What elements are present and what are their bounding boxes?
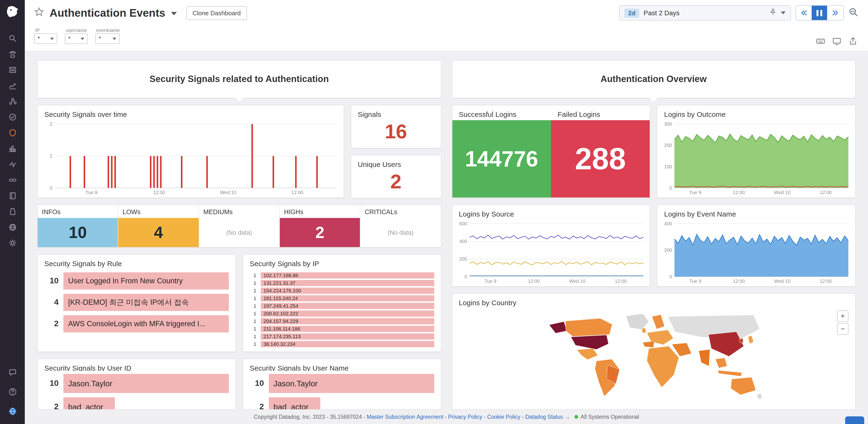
sidebar-item-metrics[interactable] bbox=[4, 78, 21, 93]
toplist-bar: 38.140.32.234 bbox=[261, 341, 434, 347]
time-range-selector[interactable]: 2d Past 2 Days bbox=[619, 5, 791, 21]
toplist-row[interactable]: 10User Logged In From New Country bbox=[44, 272, 229, 290]
sidebar-item-watchdog[interactable] bbox=[4, 46, 21, 62]
severity-cell-INFOs[interactable]: INFOs10 bbox=[38, 205, 119, 247]
forward-button[interactable] bbox=[828, 6, 843, 20]
sidebar-item-logs[interactable] bbox=[4, 204, 21, 219]
toplist-row[interactable]: 138.140.32.234 bbox=[250, 341, 434, 347]
toplist-count: 2 bbox=[44, 402, 59, 409]
filter-value: * bbox=[38, 35, 40, 42]
severity-cell-CRITICALs[interactable]: CRITICALs(No data) bbox=[360, 205, 441, 247]
signals-count-value: 16 bbox=[351, 120, 441, 148]
severity-cell-HIGHs[interactable]: HIGHs2 bbox=[280, 205, 361, 247]
severity-cell-MEDIUMs[interactable]: MEDIUMs(No data) bbox=[199, 205, 280, 247]
left-group-header[interactable]: Security Signals related to Authenticati… bbox=[37, 60, 441, 98]
world-map-container[interactable]: + − bbox=[452, 309, 855, 409]
sidebar-item-monitors[interactable] bbox=[4, 156, 21, 172]
tv-mode-icon[interactable] bbox=[832, 36, 841, 46]
footer-copyright: Copyright Datadog, Inc. 2023 - 35.156970… bbox=[254, 414, 362, 420]
toplist-count: 1 bbox=[250, 273, 256, 278]
toplist-row[interactable]: 1131.221.31.37 bbox=[250, 280, 434, 286]
toplist-row[interactable]: 2AWS ConsoleLogin with MFA triggered I..… bbox=[44, 315, 229, 332]
logins-by-source-chart[interactable]: 0200400600Tue 912:00Wed 1012:00 bbox=[455, 220, 646, 284]
keyboard-shortcuts-icon[interactable] bbox=[816, 36, 825, 46]
footer-link[interactable]: Master Subscription Agreement bbox=[367, 414, 443, 420]
svg-text:400: 400 bbox=[664, 221, 672, 226]
svg-text:Tue 9: Tue 9 bbox=[689, 190, 702, 195]
footer-link[interactable]: Datadog Status bbox=[525, 414, 563, 420]
signals-over-time-chart[interactable]: 012Tue 912:00Wed 1012:00 bbox=[40, 120, 340, 195]
toplist-row[interactable]: 1197.249.41.254 bbox=[250, 303, 434, 309]
sidebar-item-settings[interactable] bbox=[4, 235, 21, 251]
toplist-row[interactable]: 2bad_actor bbox=[250, 397, 434, 409]
signals-by-rule-card: Security Signals by Rule 10User Logged I… bbox=[37, 254, 236, 352]
footer-link[interactable]: Privacy Policy bbox=[448, 414, 482, 420]
sidebar-item-chat[interactable] bbox=[4, 364, 21, 380]
unique-users-card: Unique Users 2 bbox=[350, 155, 441, 199]
sidebar-items bbox=[4, 31, 21, 251]
toplist-row[interactable]: 1211.106.114.186 bbox=[250, 326, 434, 332]
sidebar-item-processes[interactable] bbox=[4, 141, 21, 156]
unique-users-title: Unique Users bbox=[351, 155, 441, 170]
toplist-row[interactable]: 1154.224.176.100 bbox=[250, 287, 434, 294]
datadog-logo[interactable] bbox=[4, 4, 21, 20]
severity-value: 10 bbox=[38, 218, 118, 247]
sidebar-item-synthetics[interactable] bbox=[4, 109, 21, 125]
pin-icon[interactable] bbox=[769, 8, 776, 18]
processes-icon bbox=[8, 144, 17, 153]
favorite-star-icon[interactable] bbox=[34, 7, 44, 19]
time-dropdown-caret-icon[interactable] bbox=[781, 11, 785, 14]
toplist-row[interactable]: 4[KR-DEMO] 최근 미접속 IP에서 접속 bbox=[44, 294, 229, 311]
toplist-bar: 217.174.235.113 bbox=[261, 333, 434, 340]
sidebar-item-infrastructure[interactable] bbox=[4, 62, 21, 78]
sidebar-item-notebooks[interactable] bbox=[4, 188, 21, 204]
signals-by-ip-title: Security Signals by IP bbox=[243, 255, 441, 270]
severity-label: HIGHs bbox=[280, 205, 360, 218]
toplist-count: 1 bbox=[250, 303, 256, 309]
toplist-row[interactable]: 10Jason.Taylor bbox=[44, 374, 229, 393]
logins-by-event-name-title: Logins by Event Name bbox=[657, 205, 856, 220]
clone-dashboard-button[interactable]: Clone Dashboard bbox=[186, 6, 247, 20]
sidebar-item-search[interactable] bbox=[4, 31, 21, 46]
toplist-row[interactable]: 10Jason.Taylor bbox=[250, 374, 434, 393]
toplist-row[interactable]: 1181.115.240.24 bbox=[250, 295, 434, 301]
filter-select-IP[interactable]: * bbox=[34, 33, 57, 44]
severity-cell-LOWs[interactable]: LOWs4 bbox=[119, 205, 199, 247]
chat-fab[interactable] bbox=[845, 416, 864, 424]
share-icon[interactable] bbox=[848, 36, 858, 46]
toplist-bar: 197.249.41.254 bbox=[261, 303, 434, 309]
dashboard-canvas: Security Signals related to Authenticati… bbox=[25, 51, 868, 410]
toplist-row[interactable]: 1204.157.94.229 bbox=[250, 318, 434, 324]
filter-select-username[interactable]: * bbox=[65, 33, 88, 44]
toplist-bar: bad_actor bbox=[63, 397, 115, 409]
title-dropdown-caret-icon[interactable] bbox=[171, 12, 177, 15]
world-map bbox=[457, 309, 850, 409]
logins-by-outcome-chart[interactable]: 0100200300Tue 912:00Wed 1012:00 bbox=[660, 120, 851, 195]
sidebar-item-help[interactable] bbox=[4, 384, 21, 400]
logins-by-event-name-chart[interactable]: 0200400Tue 912:00Wed 1012:00 bbox=[660, 220, 851, 284]
svg-text:Tue 9: Tue 9 bbox=[484, 278, 496, 284]
svg-text:Wed 10: Wed 10 bbox=[774, 278, 790, 284]
footer-link[interactable]: Cookie Policy bbox=[487, 414, 520, 420]
sidebar-item-integrations[interactable] bbox=[4, 172, 21, 188]
sidebar-item-security[interactable] bbox=[4, 125, 21, 141]
toplist-row[interactable]: 2bad_actor bbox=[44, 397, 229, 409]
severity-value: (No data) bbox=[199, 218, 279, 247]
map-zoom-in-button[interactable]: + bbox=[837, 310, 848, 322]
severity-label: LOWs bbox=[119, 205, 199, 218]
dashboard-action-icons bbox=[816, 36, 858, 46]
toplist-row[interactable]: 1102.177.188.86 bbox=[250, 272, 434, 278]
signals-by-user-name-title: Security Signals by User Name bbox=[243, 359, 441, 371]
template-variable-username: username* bbox=[65, 28, 88, 44]
zoom-out-icon[interactable] bbox=[848, 7, 859, 19]
rewind-button[interactable] bbox=[796, 6, 812, 20]
sidebar-item-org[interactable] bbox=[4, 403, 21, 419]
sidebar-item-apm[interactable] bbox=[4, 93, 21, 109]
toplist-row[interactable]: 1217.174.235.113 bbox=[250, 333, 434, 340]
right-group-header[interactable]: Authentication Overview bbox=[452, 60, 856, 98]
filter-select-eventname[interactable]: * bbox=[95, 33, 120, 44]
toplist-row[interactable]: 1200.62.102.222 bbox=[250, 310, 434, 317]
sidebar-item-compliance[interactable] bbox=[4, 219, 21, 235]
pause-button[interactable] bbox=[812, 6, 828, 20]
map-zoom-out-button[interactable]: − bbox=[837, 323, 848, 335]
